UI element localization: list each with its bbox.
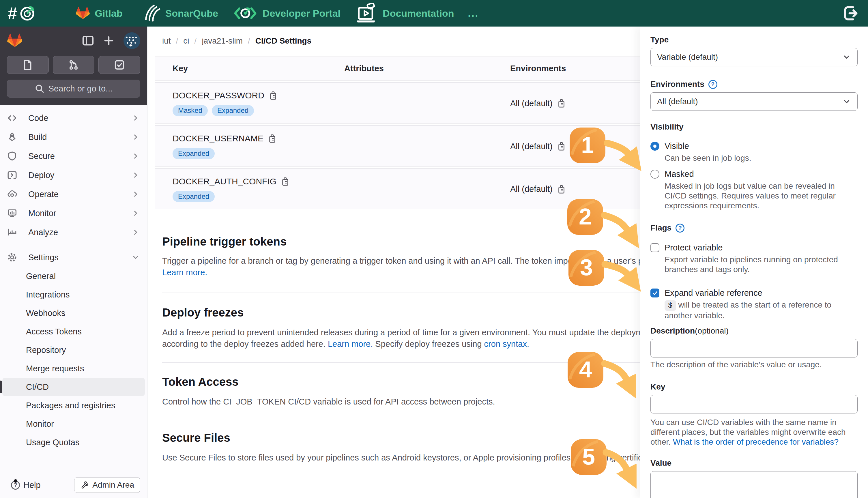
- section-divider: [162, 292, 640, 293]
- flags-label-text: Flags: [650, 223, 671, 233]
- breadcrumb-subgroup[interactable]: ci: [183, 36, 189, 45]
- copy-key-icon[interactable]: [268, 134, 277, 143]
- environments-help-icon[interactable]: ?: [708, 80, 718, 89]
- flag-expand-variable-reference: Expand variable reference: [650, 288, 858, 298]
- cron-syntax-link[interactable]: cron syntax: [484, 339, 527, 349]
- visible-radio[interactable]: [650, 142, 659, 150]
- rocket-icon: [7, 132, 17, 142]
- deploy-freezes-text-mid: Specify deploy freezes using: [373, 339, 484, 349]
- environments-label-text: Environments: [650, 80, 705, 89]
- sidebar-toggle-icon[interactable]: [82, 35, 94, 47]
- sidebar-item-monitor[interactable]: Monitor: [2, 204, 145, 223]
- sidebar-item-label: Operate: [28, 189, 58, 199]
- attribute-badge: Expanded: [173, 148, 215, 159]
- deploy-icon: [7, 170, 17, 180]
- sidebar-item-label: Build: [28, 132, 47, 142]
- protect-variable-label: Protect variable: [665, 243, 723, 252]
- sidebar-item-operate[interactable]: Operate: [2, 185, 145, 204]
- sidebar-subitem-label: Monitor: [26, 419, 54, 429]
- help-button[interactable]: ? Help: [7, 481, 41, 490]
- bookmark-gitlab[interactable]: Gitlab: [76, 6, 122, 20]
- sidebar-item-access-tokens[interactable]: Access Tokens: [2, 322, 145, 341]
- admin-area-label: Admin Area: [92, 481, 134, 490]
- create-new-icon[interactable]: [103, 35, 115, 47]
- deploy-freezes-text-end: .: [527, 339, 529, 349]
- type-select[interactable]: Variable (default): [650, 48, 858, 66]
- visibility-option-masked: Masked: [650, 169, 858, 179]
- copy-environment-icon[interactable]: [557, 185, 566, 194]
- copy-key-icon[interactable]: [281, 177, 290, 186]
- sidebar-menu: Code Build Secure Deploy Operate Monitor: [0, 105, 147, 451]
- add-variable-drawer: Type Variable (default) Environments ? A…: [640, 27, 868, 498]
- learn-more-link[interactable]: Learn more.: [162, 268, 207, 277]
- sidebar-item-label: Monitor: [28, 209, 56, 218]
- search-label: Search or go to...: [49, 84, 113, 93]
- ellipsis-label: ...: [468, 8, 479, 19]
- flags-help-icon[interactable]: ?: [675, 224, 684, 233]
- hash-logo-glyph: #: [8, 5, 17, 22]
- variable-environments: All (default): [510, 142, 553, 151]
- sidebar-item-packages-registries[interactable]: Packages and registries: [2, 396, 145, 415]
- bookmark-documentation-label: Documentation: [383, 8, 454, 19]
- sidebar-item-general[interactable]: General: [2, 267, 145, 285]
- chevron-down-icon: [132, 253, 140, 261]
- logout-icon[interactable]: [841, 4, 860, 23]
- environments-select-value: All (default): [657, 97, 698, 106]
- chevron-down-icon: [842, 97, 851, 106]
- environments-label: Environments ?: [650, 80, 858, 89]
- merge-requests-button[interactable]: [53, 56, 95, 74]
- help-label: Help: [23, 481, 41, 490]
- sidebar-item-integrations[interactable]: Integrations: [2, 285, 145, 304]
- avatar[interactable]: [123, 32, 140, 49]
- bookmark-sonarqube[interactable]: SonarQube: [145, 4, 218, 22]
- search-icon: [35, 84, 44, 93]
- sidebar-item-secure[interactable]: Secure: [2, 147, 145, 166]
- sidebar-item-cicd[interactable]: CI/CD: [2, 378, 145, 396]
- protect-variable-checkbox[interactable]: [650, 243, 659, 252]
- key-input[interactable]: [650, 395, 858, 414]
- learn-more-link[interactable]: Learn more.: [328, 339, 373, 349]
- environments-select[interactable]: All (default): [650, 92, 858, 111]
- expand-variable-checkbox[interactable]: [650, 289, 659, 298]
- todo-list-button[interactable]: [98, 56, 140, 74]
- gitlab-logo-icon[interactable]: [7, 33, 23, 48]
- sidebar-item-deploy[interactable]: Deploy: [2, 166, 145, 185]
- bookmark-developer-portal[interactable]: Developer Portal: [233, 5, 341, 21]
- deploy-freezes-text-line2: according to the deploy freezes added he…: [162, 339, 326, 349]
- copy-environment-icon[interactable]: [557, 99, 566, 108]
- breadcrumb-group[interactable]: iut: [162, 36, 171, 45]
- bookmarks-bar: # Gitlab: [0, 0, 868, 27]
- deploy-freezes-text-line1: Add a freeze period to prevent unintende…: [162, 328, 672, 337]
- sonarqube-waves-icon: [145, 4, 161, 22]
- chevron-right-icon: [132, 171, 140, 179]
- breadcrumb-project[interactable]: java21-slim: [202, 36, 243, 45]
- type-label: Type: [650, 35, 858, 44]
- sidebar-item-code[interactable]: Code: [2, 108, 145, 128]
- sidebar-item-build[interactable]: Build: [2, 128, 145, 147]
- sidebar-item-settings[interactable]: Settings: [2, 248, 145, 267]
- bookmarks-overflow[interactable]: ...: [468, 8, 479, 19]
- sidebar-item-analyze[interactable]: Analyze: [2, 223, 145, 242]
- precedence-link[interactable]: What is the order of precedence for vari…: [673, 437, 839, 446]
- documentation-laptop-icon: [356, 3, 378, 24]
- bookmark-developer-portal-label: Developer Portal: [263, 8, 341, 19]
- description-input[interactable]: [650, 339, 858, 357]
- sidebar-subitem-label: Packages and registries: [26, 401, 116, 410]
- gear-icon: [7, 252, 17, 263]
- masked-radio[interactable]: [650, 170, 659, 179]
- bookmark-documentation[interactable]: Documentation: [356, 3, 454, 24]
- sidebar-item-usage-quotas[interactable]: Usage Quotas: [2, 433, 145, 451]
- sidebar-item-repository[interactable]: Repository: [2, 341, 145, 359]
- copy-environment-icon[interactable]: [557, 142, 566, 150]
- sidebar-item-monitor-settings[interactable]: Monitor: [2, 415, 145, 433]
- search-bar[interactable]: Search or go to...: [7, 80, 140, 97]
- value-textarea[interactable]: [650, 471, 858, 498]
- issues-button[interactable]: [7, 56, 49, 74]
- expand-variable-label: Expand variable reference: [665, 288, 762, 298]
- copy-key-icon[interactable]: [269, 91, 278, 100]
- sidebar-subitem-label: Usage Quotas: [26, 438, 79, 447]
- sidebar-item-webhooks[interactable]: Webhooks: [2, 304, 145, 322]
- admin-area-button[interactable]: Admin Area: [74, 477, 140, 493]
- sidebar-item-merge-requests[interactable]: Merge requests: [2, 359, 145, 378]
- sidebar-subitem-label: General: [26, 272, 56, 281]
